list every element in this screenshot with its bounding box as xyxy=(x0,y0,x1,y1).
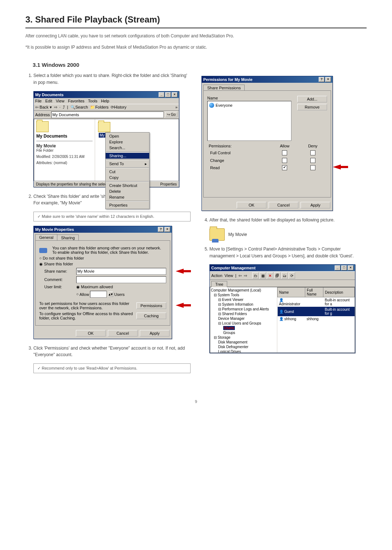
ok-button[interactable]: OK xyxy=(237,202,266,208)
spinner-icon[interactable]: ▴▾ xyxy=(108,292,113,297)
refresh-icon[interactable]: ⟳ xyxy=(289,272,295,279)
maximize-icon[interactable]: □ xyxy=(341,265,347,270)
ctx-delete[interactable]: Delete xyxy=(106,188,149,194)
page-number: 9 xyxy=(25,399,367,404)
table-row-guest[interactable]: 👤 Guest Built-in account for g xyxy=(278,307,355,316)
col-description[interactable]: Description xyxy=(323,288,355,297)
subsection-heading: 3.1 Windows 2000 xyxy=(33,62,367,68)
list-item[interactable]: Everyone xyxy=(209,103,290,108)
step-3: Click 'Permissions' and check whether "E… xyxy=(33,345,191,358)
allow-count-input[interactable] xyxy=(90,291,107,298)
cancel-button[interactable]: Cancel xyxy=(108,330,138,337)
page-heading: 3. Shared File Playback (Stream) xyxy=(25,15,367,28)
ctx-properties[interactable]: Properties xyxy=(106,202,149,208)
note-step3: Recommend only to use 'Read>Allow' at Pe… xyxy=(33,363,191,373)
forward-button[interactable]: ⇨ xyxy=(54,105,57,110)
col-fullname[interactable]: Full Name xyxy=(305,288,323,297)
close-icon[interactable]: × xyxy=(172,92,177,97)
menu-view[interactable]: View xyxy=(56,99,65,103)
delete-icon[interactable]: ✕ xyxy=(267,272,273,279)
menu-favorites[interactable]: Favorites xyxy=(68,99,84,103)
up-button[interactable]: ⤴ xyxy=(63,105,65,109)
tab-general[interactable]: General xyxy=(35,234,57,240)
permissions-button[interactable]: Permissions xyxy=(136,302,166,309)
tb-icon[interactable]: 🗀 xyxy=(252,272,259,279)
explorer-menubar[interactable]: File Edit View Favorites Tools Help xyxy=(34,98,179,104)
ctx-rename[interactable]: Rename xyxy=(106,194,149,200)
help-icon[interactable]: ? xyxy=(158,227,164,232)
comment-label: Comment: xyxy=(44,277,73,282)
help-icon[interactable]: ? xyxy=(319,77,324,82)
caching-button[interactable]: Caching xyxy=(136,313,166,319)
deny-change-checkbox[interactable] xyxy=(310,158,315,163)
apply-button[interactable]: Apply xyxy=(301,202,330,208)
close-icon[interactable]: × xyxy=(348,265,354,270)
ctx-explore[interactable]: Explore xyxy=(106,139,149,145)
tree-users-selected[interactable]: Users xyxy=(223,326,235,330)
share-name-input[interactable] xyxy=(76,268,166,275)
minimize-icon[interactable]: _ xyxy=(159,92,164,97)
deny-read-checkbox[interactable] xyxy=(310,165,315,170)
ctx-create-shortcut[interactable]: Create Shortcut xyxy=(106,183,149,188)
user-list[interactable]: Name Full Name Description 👤 Administrat… xyxy=(277,287,355,353)
apply-button[interactable]: Apply xyxy=(140,330,170,337)
back-icon[interactable]: ⇦ xyxy=(238,273,242,278)
tb-icon[interactable]: 🗐 xyxy=(274,272,281,279)
deny-full-checkbox[interactable] xyxy=(310,150,315,155)
minimize-icon[interactable]: _ xyxy=(335,265,340,270)
remove-button[interactable]: Remove xyxy=(297,104,327,110)
menu-edit[interactable]: Edit xyxy=(45,99,52,103)
search-button[interactable]: 🔍Search xyxy=(70,105,88,110)
menu-tools[interactable]: Tools xyxy=(88,99,98,103)
back-button[interactable]: ⇦ Back ▾ xyxy=(35,105,52,110)
menu-file[interactable]: File xyxy=(35,99,42,103)
menu-view[interactable]: View xyxy=(225,273,233,278)
ctx-search[interactable]: Search... xyxy=(106,145,149,151)
menu-action[interactable]: Action xyxy=(211,273,222,278)
allow-full-checkbox[interactable] xyxy=(282,150,287,155)
hand-icon xyxy=(39,246,49,254)
ctx-sharing[interactable]: Sharing... xyxy=(106,153,149,159)
close-icon[interactable]: × xyxy=(164,227,170,232)
ctx-copy[interactable]: Copy xyxy=(106,175,149,180)
opt-share[interactable]: Share this folder xyxy=(39,262,73,266)
opt-allow-n[interactable]: Allow xyxy=(76,292,89,296)
modified-date: Modified: 2/28/2005 11:31 AM xyxy=(36,155,93,159)
folders-button[interactable]: 📁Folders xyxy=(90,105,109,110)
add-button[interactable]: Add... xyxy=(297,96,327,102)
address-input[interactable] xyxy=(51,111,164,118)
cancel-button[interactable]: Cancel xyxy=(269,202,298,208)
table-row[interactable]: 👤 shhong shhong xyxy=(278,316,355,322)
tab-share-permissions[interactable]: Share Permissions xyxy=(203,85,245,91)
ctx-sendto[interactable]: Send To xyxy=(106,161,149,167)
tb-icon[interactable]: 🗂 xyxy=(281,272,288,279)
ctx-open[interactable]: Open xyxy=(106,133,149,139)
ctx-cut[interactable]: Cut xyxy=(106,169,149,175)
shared-folder-label: My Movie xyxy=(228,232,247,237)
ok-button[interactable]: OK xyxy=(76,330,106,337)
statusbar-right: Properties xyxy=(160,182,177,186)
col-name[interactable]: Name xyxy=(278,288,305,297)
shared-folder-icon xyxy=(209,228,225,241)
menu-help[interactable]: Help xyxy=(101,99,109,103)
globe-icon xyxy=(209,103,214,108)
principal-list[interactable]: Everyone xyxy=(207,101,291,141)
history-button[interactable]: ⟳History xyxy=(111,105,126,110)
tab-tree[interactable]: Tree xyxy=(211,281,227,287)
close-icon[interactable]: × xyxy=(325,77,331,82)
tb-icon[interactable]: ▦ xyxy=(260,272,266,279)
tree-view[interactable]: Computer Management (Local) System Tools… xyxy=(210,287,277,353)
allow-read-checkbox[interactable] xyxy=(282,165,287,170)
opt-max-allowed[interactable]: Maximum allowed xyxy=(76,285,113,289)
shared-folder-result: My Movie xyxy=(209,228,367,241)
forward-icon[interactable]: ⇨ xyxy=(244,273,247,278)
perm-row-read: Read xyxy=(208,164,270,171)
comment-input[interactable] xyxy=(76,276,166,283)
opt-no-share[interactable]: Do not share this folder xyxy=(39,256,84,260)
table-row[interactable]: 👤 Administrator Built-in account for a xyxy=(278,297,355,307)
maximize-icon[interactable]: □ xyxy=(165,92,171,97)
allow-change-checkbox[interactable] xyxy=(282,158,287,163)
go-button[interactable]: ↪ Go xyxy=(165,112,177,117)
tab-sharing[interactable]: Sharing xyxy=(57,235,79,241)
share-name-label: Share name: xyxy=(44,269,73,273)
